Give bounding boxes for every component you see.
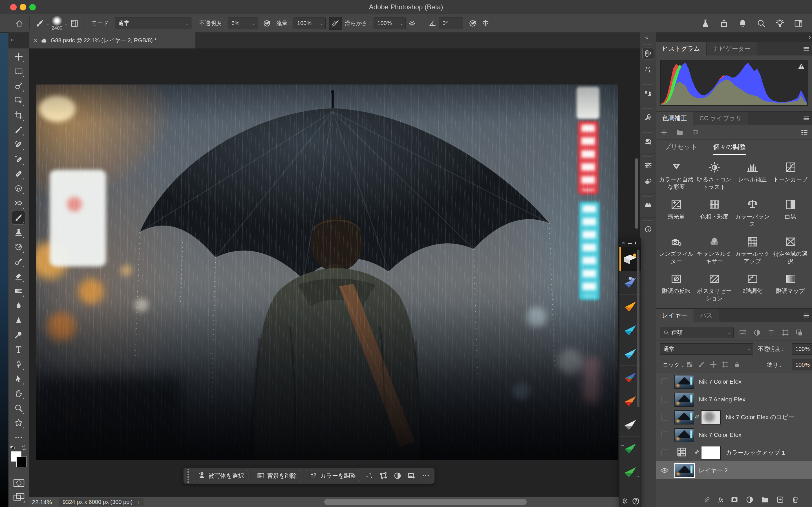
gear-icon[interactable]	[621, 497, 629, 505]
document-tab[interactable]: × G88.psdc @ 22.1% (レイヤー 2, RGB/8) *	[29, 33, 195, 48]
smoothing-select[interactable]: 100%⌄	[373, 17, 406, 29]
add-adjustment-icon[interactable]	[660, 129, 668, 136]
nik-silver-efex[interactable]	[619, 413, 641, 437]
adjustment-adjthresh[interactable]: 2階調化	[733, 273, 771, 295]
lock-transparency-icon[interactable]	[686, 361, 693, 368]
eyedropper-tool[interactable]	[12, 123, 25, 136]
home-icon[interactable]	[13, 17, 26, 30]
document-info[interactable]: 9324 px x 6000 px (300 ppi) ›	[59, 498, 144, 506]
quick-mask-button[interactable]	[13, 479, 24, 487]
eraser-tool[interactable]	[12, 270, 25, 283]
nik-presharpener[interactable]: →	[619, 437, 641, 460]
custom-shape-tool[interactable]	[12, 416, 25, 429]
workspace-icon[interactable]	[792, 17, 805, 30]
document-image[interactable]	[36, 84, 618, 460]
sharpen-tool[interactable]	[12, 314, 25, 327]
type-tool[interactable]	[12, 343, 25, 356]
search-icon[interactable]	[755, 17, 767, 30]
adjustment-adjlut[interactable]: カラールックアップ	[733, 235, 771, 265]
toolbar-expand-icon[interactable]: »	[11, 36, 13, 43]
histogram-warning-icon[interactable]	[798, 62, 805, 70]
marquee-tool[interactable]	[12, 65, 25, 78]
panel-group-grip[interactable]	[643, 196, 653, 197]
tab-色調補正[interactable]: 色調補正	[656, 112, 693, 125]
panel-group-grip[interactable]	[643, 132, 653, 133]
adjustment-adjlensf[interactable]: レンズフィルター	[658, 235, 695, 265]
layer-thumbnail[interactable]	[674, 375, 694, 389]
brush-tool[interactable]	[12, 211, 25, 224]
taskbar-button-persel[interactable]: 被写体を選択	[194, 470, 248, 482]
object-selection-tool[interactable]	[12, 94, 25, 107]
tab-パス[interactable]: パス	[694, 309, 719, 322]
blend-mode-select[interactable]: 通常⌄	[660, 343, 753, 355]
adjustment-adjbw[interactable]: 白黒	[772, 198, 809, 220]
nik-output-sharpener[interactable]: →	[619, 460, 641, 484]
smoothing-gear-icon[interactable]	[406, 17, 418, 30]
panel-group-grip[interactable]	[643, 84, 653, 86]
folder-icon[interactable]	[676, 129, 683, 136]
lut-layer-icon[interactable]	[677, 447, 687, 457]
visibility-checkbox[interactable]	[661, 396, 668, 403]
add-mask-icon[interactable]	[730, 496, 739, 504]
trash-icon[interactable]	[692, 129, 699, 136]
size-pressure-icon[interactable]	[467, 17, 479, 30]
toggle-brush-panel-icon[interactable]	[68, 17, 81, 30]
brush-tool-icon[interactable]	[34, 17, 46, 30]
edit-toolbar[interactable]	[12, 431, 25, 444]
filter-shape-icon[interactable]	[781, 329, 789, 336]
mask-link-icon[interactable]	[694, 414, 700, 419]
nik-scrollbar[interactable]	[637, 249, 640, 407]
layer-row[interactable]: レイヤー 2	[656, 461, 812, 480]
taskbar-button-bgrem[interactable]: 背景を削除	[253, 470, 301, 482]
filter-image-icon[interactable]	[739, 329, 747, 336]
gradient-tool[interactable]	[12, 284, 25, 297]
path-selection-tool[interactable]	[12, 372, 25, 385]
panel-menu-icon[interactable]	[803, 115, 810, 122]
panel-menu-icon[interactable]	[803, 312, 810, 319]
adjustment-adjcurves[interactable]: トーンカーブ	[772, 161, 809, 183]
info-panel[interactable]	[643, 224, 654, 235]
tab-ナビゲーター[interactable]: ナビゲーター	[707, 42, 757, 55]
chevron-down-icon[interactable]: ⌄	[64, 21, 68, 25]
zoom-level[interactable]: 22.14%	[32, 499, 52, 506]
minimize-icon[interactable]: —	[628, 241, 632, 245]
taskbar-more-icon[interactable]	[421, 471, 430, 481]
canvas-area[interactable]	[29, 48, 640, 497]
layer-row[interactable]: Nik 7 Color Efex のコピー	[656, 408, 812, 426]
new-group-icon[interactable]	[761, 496, 769, 504]
version-history[interactable]	[643, 48, 654, 59]
help-icon[interactable]	[632, 497, 640, 505]
adjustment-adjgradmap[interactable]: 階調マップ	[772, 273, 809, 295]
visibility-eye-icon[interactable]	[660, 466, 669, 474]
adjustment-adjexposure[interactable]: 露光量	[658, 198, 695, 220]
hand-tool[interactable]	[12, 387, 25, 400]
taskbar-transf-icon[interactable]	[378, 471, 388, 481]
layer-opacity-select[interactable]: 100%⌄	[792, 343, 812, 355]
layer-row[interactable]: Nik 7 Analog Efex	[656, 390, 812, 408]
content-aware-move-tool[interactable]	[12, 196, 25, 210]
delete-layer-icon[interactable]	[792, 496, 799, 504]
visibility-checkbox[interactable]	[661, 449, 668, 456]
color-panel[interactable]	[643, 136, 654, 147]
adjustment-adjposter[interactable]: ポスタリゼーション	[696, 273, 733, 302]
lock-artboard-icon[interactable]	[722, 361, 728, 368]
share-icon[interactable]	[718, 17, 730, 30]
move-tool[interactable]	[12, 50, 25, 63]
healing-brush-tool[interactable]	[12, 167, 25, 180]
filter-type-icon[interactable]	[767, 329, 775, 336]
angle-input[interactable]: 0°	[439, 17, 463, 29]
tools-panel[interactable]	[643, 112, 654, 123]
layer-row[interactable]: Nik 7 Color Efex	[656, 373, 812, 391]
mixer-brush-tool[interactable]	[12, 255, 25, 268]
lock-pixels-icon[interactable]	[698, 361, 705, 368]
bell-icon[interactable]	[737, 17, 749, 30]
canvas-vertical-scrollbar[interactable]	[635, 158, 638, 229]
layer-filter-select[interactable]: 種類⌄	[660, 327, 733, 338]
libraries-panel[interactable]	[643, 200, 654, 211]
spot-healing-tool[interactable]	[12, 138, 25, 151]
adjustment-adjcolorbal[interactable]: カラーバランス	[733, 198, 771, 228]
blur-tool[interactable]	[12, 299, 25, 312]
crop-tool[interactable]	[12, 109, 25, 122]
panel-group-grip[interactable]	[643, 44, 653, 45]
opacity-pressure-icon[interactable]	[261, 17, 273, 30]
